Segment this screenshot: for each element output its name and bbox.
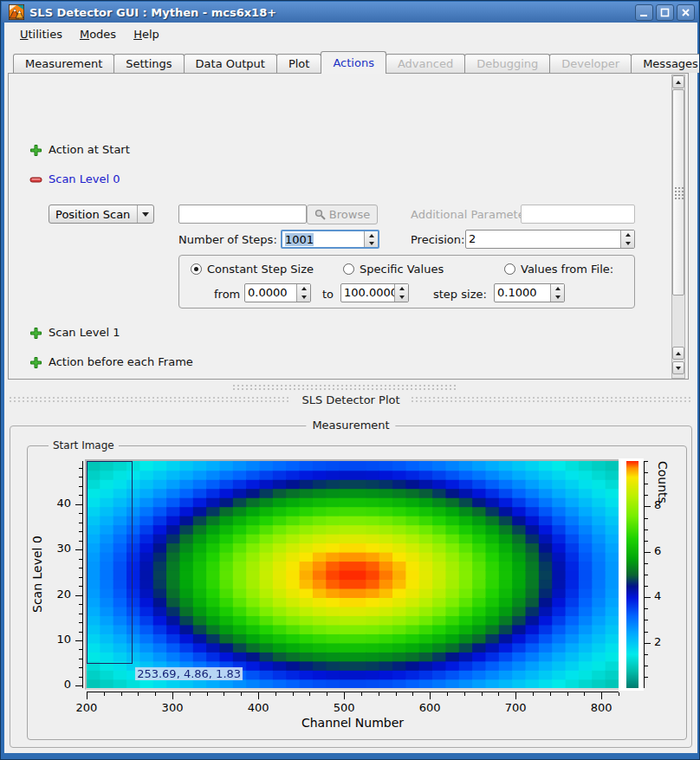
action-before-frame-label[interactable]: Action before each Frame <box>49 355 193 368</box>
spin-down-button[interactable] <box>297 293 310 302</box>
action-at-start-label[interactable]: Action at Start <box>49 143 130 156</box>
specific-values-radio[interactable] <box>343 263 354 275</box>
spin-down-button[interactable] <box>365 239 378 247</box>
spin-down-icon <box>301 296 307 299</box>
spin-up-button[interactable] <box>551 284 564 293</box>
spin-up-icon <box>301 287 307 290</box>
spin-down-icon <box>369 242 374 245</box>
x-minor-tick <box>275 692 276 696</box>
scan-mode-select[interactable]: Position Scan <box>49 205 154 224</box>
from-value: 0.0000 <box>245 284 296 302</box>
collapse-minus-icon[interactable] <box>29 173 42 186</box>
x-major-tick <box>515 692 516 699</box>
tab-debugging: Debugging <box>464 54 550 73</box>
colorbar-major-tick <box>645 506 651 507</box>
vertical-scrollbar[interactable] <box>671 75 685 379</box>
to-spinbox[interactable]: 100.0000 <box>340 283 409 302</box>
measurement-group-title: Measurement <box>306 419 395 432</box>
colorbar-major-tick <box>645 552 651 553</box>
x-major-tick <box>430 692 431 699</box>
x-minor-tick <box>121 692 122 696</box>
constant-step-size-radio[interactable] <box>191 263 202 275</box>
tab-measurement[interactable]: Measurement <box>13 54 114 73</box>
heatmap-canvas[interactable] <box>87 461 619 688</box>
scroll-up-button[interactable] <box>672 75 684 88</box>
splitter-handle[interactable] <box>233 385 458 391</box>
constant-step-size-label[interactable]: Constant Step Size <box>207 263 314 276</box>
spin-up-button[interactable] <box>395 284 408 293</box>
spin-down-button[interactable] <box>395 293 408 302</box>
x-major-tick <box>87 692 88 699</box>
expand-plus-icon[interactable] <box>29 356 42 369</box>
y-minor-tick <box>79 541 82 542</box>
maximize-button[interactable] <box>656 4 674 21</box>
thumb-grip-dots <box>675 187 684 201</box>
scroll-up-button[interactable] <box>672 347 684 360</box>
expand-plus-icon[interactable] <box>29 327 42 340</box>
scan-level-0-label[interactable]: Scan Level 0 <box>49 172 120 185</box>
actions-panel: Action at Start Scan Level 0 Position Sc… <box>8 73 689 380</box>
scan-script-input[interactable] <box>178 205 307 224</box>
x-minor-tick <box>241 692 242 696</box>
menu-utilities[interactable]: Utilities <box>11 26 71 42</box>
x-minor-tick <box>550 692 551 696</box>
x-minor-tick <box>567 692 568 696</box>
scan-level-1-label[interactable]: Scan Level 1 <box>49 326 120 339</box>
y-minor-tick <box>79 586 82 587</box>
title-bar[interactable]: SLS Detector GUI : Mythen - mcs6x18+ <box>2 2 698 23</box>
spin-up-icon <box>369 234 374 237</box>
y-minor-tick <box>79 486 82 487</box>
scroll-down-button[interactable] <box>672 361 684 374</box>
y-minor-tick <box>79 495 82 496</box>
y-minor-tick <box>79 604 82 605</box>
colorbar-major-tick <box>645 597 651 598</box>
spin-up-button[interactable] <box>621 231 634 239</box>
specific-values-label[interactable]: Specific Values <box>360 263 444 276</box>
x-tick-label: 500 <box>322 701 366 714</box>
menu-help[interactable]: Help <box>125 26 168 42</box>
tab-settings[interactable]: Settings <box>113 54 184 73</box>
x-minor-tick <box>498 692 499 696</box>
y-minor-tick <box>79 632 82 633</box>
x-minor-tick <box>619 692 619 696</box>
spin-down-button[interactable] <box>621 239 634 248</box>
window-title: SLS Detector GUI : Mythen - mcs6x18+ <box>29 6 632 19</box>
tab-data-output[interactable]: Data Output <box>184 54 277 73</box>
close-icon <box>681 8 690 17</box>
precision-spinbox[interactable]: 2 <box>465 230 635 249</box>
x-major-tick <box>344 692 345 699</box>
colorbar-minor-tick <box>645 666 648 666</box>
combo-dropdown-button[interactable] <box>137 205 153 223</box>
x-tick-label: 200 <box>65 701 108 714</box>
close-button[interactable] <box>677 4 695 21</box>
plot-dock-title: SLS Detector Plot <box>301 393 399 406</box>
spin-down-icon <box>625 242 631 245</box>
minimize-button[interactable] <box>635 4 653 21</box>
tab-messages[interactable]: Messages <box>631 54 700 73</box>
app-logo-icon <box>9 4 24 20</box>
spin-up-button[interactable] <box>365 231 378 239</box>
x-minor-tick <box>104 692 105 696</box>
spin-down-button[interactable] <box>551 293 564 302</box>
menu-modes[interactable]: Modes <box>71 26 125 42</box>
colorbar-title: Counts <box>656 461 670 688</box>
y-minor-tick <box>79 468 82 469</box>
expand-plus-icon[interactable] <box>29 144 42 157</box>
tab-plot[interactable]: Plot <box>276 54 322 73</box>
colorbar-minor-tick <box>645 575 648 575</box>
tab-actions[interactable]: Actions <box>321 51 386 74</box>
precision-value: 2 <box>466 231 620 248</box>
y-major-tick <box>75 549 82 550</box>
plot-dock-titlebar[interactable]: SLS Detector Plot <box>4 393 697 407</box>
colorbar-minor-tick <box>645 461 648 462</box>
step-size-spinbox[interactable]: 0.1000 <box>494 283 565 302</box>
spin-up-button[interactable] <box>297 284 310 293</box>
values-from-file-label[interactable]: Values from File: <box>521 263 613 276</box>
to-value: 100.0000 <box>341 284 394 302</box>
scrollbar-thumb[interactable] <box>672 89 684 296</box>
dock-hatch-texture <box>10 397 290 404</box>
number-of-steps-spinbox[interactable]: 1001 <box>281 230 379 249</box>
x-minor-tick <box>309 692 310 696</box>
from-spinbox[interactable]: 0.0000 <box>244 283 311 302</box>
values-from-file-radio[interactable] <box>504 263 515 275</box>
